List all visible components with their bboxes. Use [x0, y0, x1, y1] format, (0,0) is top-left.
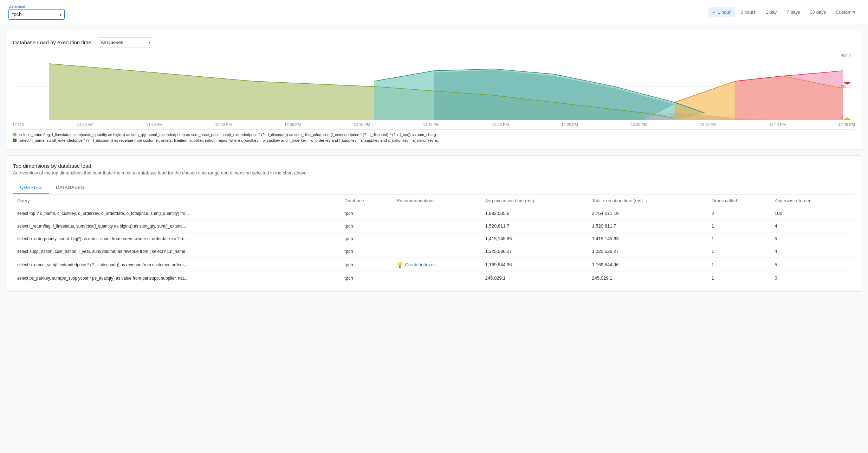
avg-exec-cell: 1,520,811.7: [481, 220, 588, 232]
legend-item-2: select n_name, sum(l_extendedprice * (? …: [13, 138, 855, 142]
x-label-1225: 12:25 PM: [562, 122, 578, 127]
x-label-1230: 12:30 PM: [631, 122, 647, 127]
query-cell: select n_name, sum(l_extendedprice * (? …: [13, 258, 340, 272]
chart-card: Database Load by execution time All Quer…: [6, 30, 862, 150]
legend-color-2: [13, 139, 17, 142]
chart-svg: [13, 53, 855, 120]
tab-databases[interactable]: DATABASES: [49, 181, 91, 194]
tab-queries[interactable]: QUERIES: [13, 181, 49, 194]
db-cell: tpch: [340, 245, 392, 258]
custom-arrow-icon: ▾: [853, 9, 855, 15]
chart-area-pink: [735, 71, 843, 120]
rec-cell: [392, 272, 481, 285]
y-label-40min: 40min: [841, 53, 851, 57]
x-label-1220: 12:20 PM: [492, 122, 509, 127]
db-cell: tpch: [340, 207, 392, 220]
x-label-1240: 12:40 PM: [769, 122, 786, 127]
x-label-1155: 11:55 AM: [146, 122, 162, 127]
times-called-cell: 1: [707, 258, 771, 272]
table-row: select n_name, sum(l_extendedprice * (? …: [13, 258, 855, 272]
avg-rows-cell: 4: [770, 245, 855, 258]
section-title: Top dimensions by database load: [13, 163, 855, 169]
table-header: Query Database Recommendations Avg execu…: [13, 194, 855, 207]
db-cell: tpch: [340, 258, 392, 272]
col-times-called: Times called: [707, 194, 771, 207]
section-desc: An overview of the top dimensions that c…: [13, 170, 855, 176]
create-indexes-label: Create indexes: [405, 262, 435, 267]
query-filter-select[interactable]: All Queries Selected Query: [97, 37, 153, 47]
legend-color-1: [13, 133, 17, 136]
table-row: select top ? c_name, c_custkey, o_orderk…: [13, 207, 855, 220]
x-label-utc8: UTC-8: [13, 122, 24, 127]
top-dimensions-card: Top dimensions by database load An overv…: [6, 155, 862, 292]
times-called-cell: 1: [707, 245, 771, 258]
x-label-1150: 11:50 AM: [77, 122, 93, 127]
total-exec-cell: 245,029.1: [588, 272, 707, 285]
custom-label: Custom: [836, 9, 851, 15]
tabs: QUERIES DATABASES: [13, 181, 855, 194]
rec-cell: [392, 232, 481, 245]
times-called-cell: 1: [707, 220, 771, 232]
total-exec-cell: 1,415,145.83: [588, 232, 707, 245]
db-select[interactable]: tpch postgres mydb: [8, 9, 65, 20]
table-row: select ps_partkey, sum(ps_supplycost * p…: [13, 272, 855, 285]
time-range-nav: ✓ 1 hour 6 hours 1 day 7 days 30 days Cu…: [708, 7, 860, 17]
time-btn-custom[interactable]: Custom ▾: [831, 7, 860, 17]
db-label: Database: [8, 4, 65, 8]
query-cell: select supp_nation, cust_nation, l_year,…: [13, 245, 340, 258]
time-btn-1h[interactable]: ✓ 1 hour: [708, 7, 735, 17]
avg-exec-cell: 1,882,035.6: [481, 207, 588, 220]
avg-rows-cell: 5: [770, 232, 855, 245]
time-btn-7d[interactable]: 7 days: [782, 7, 804, 17]
y-axis-labels: 40min 20min 0: [841, 53, 851, 120]
sort-desc-icon: ↓: [646, 198, 648, 203]
avg-rows-cell: 4: [770, 220, 855, 232]
x-label-1215: 12:15 PM: [423, 122, 439, 127]
x-label-1245: 12:45 PM: [838, 122, 855, 127]
time-btn-1d[interactable]: 1 day: [762, 7, 781, 17]
query-cell: select top ? c_name, c_custkey, o_orderk…: [13, 207, 340, 220]
col-avg-rows: Avg rows returned: [770, 194, 855, 207]
avg-rows-cell: 5: [770, 258, 855, 272]
chart-header: Database Load by execution time All Quer…: [13, 37, 855, 47]
avg-exec-cell: 1,225,536.27: [481, 245, 588, 258]
y-label-0: 0: [841, 116, 851, 120]
legend-text-2: select n_name, sum(l_extendedprice * (? …: [19, 138, 441, 142]
rec-cell: [392, 220, 481, 232]
queries-table: Query Database Recommendations Avg execu…: [13, 194, 855, 284]
chart-title: Database Load by execution time: [13, 39, 91, 45]
table-row: select o_orderpriority, count_big(*) as …: [13, 232, 855, 245]
rec-cell: [392, 207, 481, 220]
col-recommendations: Recommendations: [392, 194, 481, 207]
times-called-cell: 2: [707, 207, 771, 220]
col-total-exec[interactable]: Total execution time (ms) ↓: [588, 194, 707, 207]
time-btn-30d[interactable]: 30 days: [806, 7, 830, 17]
db-cell: tpch: [340, 272, 392, 285]
x-label-1210: 12:10 PM: [354, 122, 370, 127]
table-body: select top ? c_name, c_custkey, o_orderk…: [13, 207, 855, 285]
total-exec-cell: 3,764,071.19: [588, 207, 707, 220]
query-filter-wrapper: All Queries Selected Query ▾: [97, 37, 153, 47]
avg-exec-cell: 1,169,544.96: [481, 258, 588, 272]
total-exec-cell: 1,225,536.27: [588, 245, 707, 258]
rec-cell[interactable]: 💡 Create indexes: [392, 258, 481, 272]
db-cell: tpch: [340, 220, 392, 232]
db-select-container: tpch postgres mydb ▾: [8, 9, 65, 20]
header: Database tpch postgres mydb ▾ ✓ 1 hour 6…: [0, 0, 868, 24]
legend-text-1: select l_returnflag, l_linestatus, sum(c…: [19, 133, 441, 137]
total-exec-cell: 1,169,544.96: [588, 258, 707, 272]
legend-item-1: select l_returnflag, l_linestatus, sum(c…: [13, 133, 855, 137]
col-avg-exec: Avg execution time (ms): [481, 194, 588, 207]
x-axis-labels: UTC-8 11:50 AM 11:55 AM 12:00 PM 12:05 P…: [13, 121, 855, 129]
avg-rows-cell: 0: [770, 272, 855, 285]
chart-legend: select l_returnflag, l_linestatus, sum(c…: [13, 129, 855, 142]
x-label-1200: 12:00 PM: [215, 122, 232, 127]
col-database: Database: [340, 194, 392, 207]
avg-exec-cell: 245,029.1: [481, 272, 588, 285]
x-label-1235: 12:35 PM: [700, 122, 717, 127]
db-cell: tpch: [340, 232, 392, 245]
query-cell: select ps_partkey, sum(ps_supplycost * p…: [13, 272, 340, 285]
create-indexes-button[interactable]: 💡 Create indexes: [396, 261, 435, 268]
time-btn-6h[interactable]: 6 hours: [736, 7, 760, 17]
times-called-cell: 1: [707, 232, 771, 245]
